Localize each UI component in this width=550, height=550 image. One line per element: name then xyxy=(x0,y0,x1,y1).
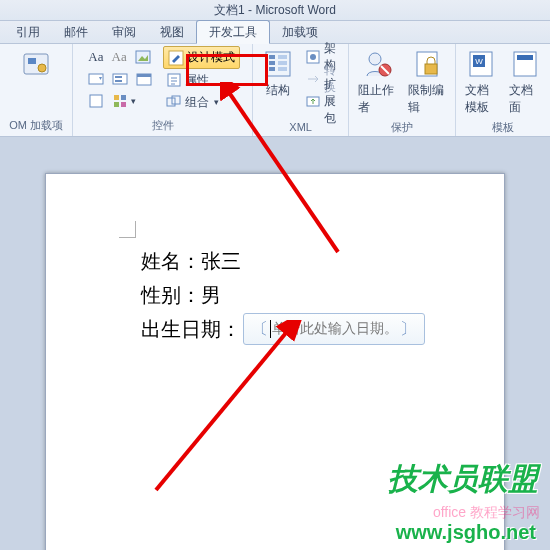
svg-rect-27 xyxy=(278,67,287,71)
expansion-button[interactable]: 扩展包 xyxy=(302,90,343,112)
date-control-button[interactable] xyxy=(133,68,155,90)
tab-review[interactable]: 审阅 xyxy=(100,21,148,43)
svg-point-2 xyxy=(38,64,46,72)
svg-text:W: W xyxy=(475,57,483,66)
date-placeholder: 单击此处输入日期。 xyxy=(272,312,398,346)
expansion-icon xyxy=(305,93,321,109)
xml-group-label: XML xyxy=(258,119,343,136)
gender-label: 性别： xyxy=(141,278,201,312)
block-authors-icon xyxy=(361,48,393,80)
templates-group-label: 模板 xyxy=(461,118,545,138)
dob-label: 出生日期： xyxy=(141,312,241,346)
window-title: 文档1 - Microsoft Word xyxy=(214,3,336,17)
doc-panel-icon xyxy=(509,48,541,80)
legacy-tools-button[interactable]: ▾ xyxy=(109,90,139,112)
tools-icon xyxy=(112,93,128,109)
doc-panel-button[interactable]: 文档面 xyxy=(505,46,545,118)
svg-rect-15 xyxy=(114,102,119,107)
name-label: 姓名： xyxy=(141,244,201,278)
svg-rect-13 xyxy=(114,95,119,100)
control-handle-left: 〔 xyxy=(250,312,270,346)
checkbox-icon xyxy=(88,93,104,109)
design-mode-label: 设计模式 xyxy=(187,49,235,66)
restrict-edit-icon xyxy=(411,48,443,80)
name-row: 姓名： 张三 xyxy=(141,244,454,278)
svg-rect-25 xyxy=(278,55,287,59)
watermark-faint: office 教程学习网 xyxy=(433,504,540,522)
svg-rect-9 xyxy=(115,80,122,82)
structure-icon xyxy=(262,48,294,80)
addins-group-label: OM 加载项 xyxy=(5,116,67,136)
ribbon-tabs: 引用 邮件 审阅 视图 开发工具 加载项 xyxy=(0,21,550,44)
dob-row: 出生日期： 〔 单击此处输入日期。 〕 xyxy=(141,312,454,346)
tab-addins[interactable]: 加载项 xyxy=(270,21,330,43)
dropdown-icon xyxy=(112,71,128,87)
rich-text-control-button[interactable]: Aa xyxy=(85,46,106,68)
structure-button[interactable]: 结构 xyxy=(258,46,298,101)
ribbon: OM 加载项 Aa Aa ▾ xyxy=(0,44,550,137)
picture-icon xyxy=(135,49,151,65)
svg-rect-22 xyxy=(269,55,275,59)
design-mode-button[interactable]: 设计模式 xyxy=(163,46,240,69)
controls-group-label: 控件 xyxy=(78,116,247,136)
svg-rect-19 xyxy=(167,98,175,106)
restrict-edit-button[interactable]: 限制编辑 xyxy=(404,46,450,118)
svg-rect-8 xyxy=(115,76,122,78)
checkbox-control-button[interactable] xyxy=(85,90,107,112)
combo-icon xyxy=(88,71,104,87)
watermark-main: 技术员联盟 xyxy=(388,459,538,500)
addins-icon xyxy=(20,48,52,80)
design-mode-icon xyxy=(168,50,184,66)
tab-developer[interactable]: 开发工具 xyxy=(196,20,270,44)
watermark-url: www.jsgho.net xyxy=(396,521,536,544)
calendar-icon xyxy=(136,71,152,87)
svg-rect-1 xyxy=(28,58,36,64)
svg-rect-26 xyxy=(278,61,287,65)
gender-row: 性别： 男 xyxy=(141,278,454,312)
doc-template-icon: W xyxy=(465,48,497,80)
svg-rect-12 xyxy=(90,95,102,107)
name-value[interactable]: 张三 xyxy=(201,244,241,278)
svg-rect-20 xyxy=(172,96,180,104)
gender-value[interactable]: 男 xyxy=(201,278,221,312)
com-addins-button[interactable] xyxy=(16,46,56,82)
svg-rect-16 xyxy=(121,102,126,107)
protect-group-label: 保护 xyxy=(354,118,450,138)
dropdown-control-button[interactable] xyxy=(109,68,131,90)
svg-rect-34 xyxy=(425,64,437,74)
block-authors-button[interactable]: 阻止作者 xyxy=(354,46,400,118)
properties-button[interactable]: 属性 xyxy=(163,69,240,91)
plain-text-control-button[interactable]: Aa xyxy=(109,46,130,68)
group-icon xyxy=(166,94,182,110)
tab-references[interactable]: 引用 xyxy=(4,21,52,43)
schema-icon xyxy=(305,49,321,65)
svg-rect-14 xyxy=(121,95,126,100)
svg-rect-24 xyxy=(269,67,275,71)
svg-rect-39 xyxy=(517,55,533,60)
combo-control-button[interactable] xyxy=(85,68,107,90)
group-button[interactable]: 组合▾ xyxy=(163,91,240,113)
title-bar: 文档1 - Microsoft Word xyxy=(0,0,550,21)
tab-view[interactable]: 视图 xyxy=(148,21,196,43)
picture-control-button[interactable] xyxy=(132,46,154,68)
svg-point-31 xyxy=(369,53,381,65)
text-cursor xyxy=(270,320,271,338)
tab-mailings[interactable]: 邮件 xyxy=(52,21,100,43)
svg-rect-23 xyxy=(269,61,275,65)
margin-corner-mark xyxy=(119,221,136,238)
transform-icon xyxy=(305,71,321,87)
control-handle-right: 〕 xyxy=(398,312,418,346)
svg-point-29 xyxy=(310,54,316,60)
doc-template-button[interactable]: W 文档模板 xyxy=(461,46,501,118)
properties-icon xyxy=(166,72,182,88)
svg-rect-11 xyxy=(137,74,151,77)
date-picker-control[interactable]: 〔 单击此处输入日期。 〕 xyxy=(243,313,425,345)
svg-rect-7 xyxy=(113,74,127,84)
